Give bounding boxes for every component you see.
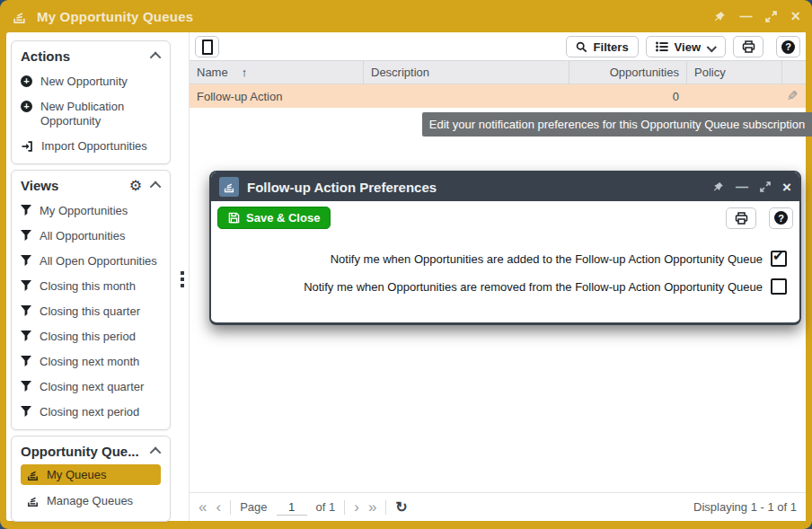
sidebar-item-my-queues[interactable]: My Queues	[21, 464, 161, 485]
collapse-chevron-icon[interactable]	[150, 52, 162, 64]
sidebar-item-closing-next-period[interactable]: Closing next period	[21, 405, 161, 419]
filter-funnel-icon	[21, 381, 31, 392]
previous-page-icon[interactable]: ‹	[216, 499, 221, 515]
filter-funnel-icon	[21, 331, 31, 341]
filters-button-label: Filters	[594, 40, 629, 54]
filter-funnel-icon	[21, 406, 31, 417]
sidebar-item-new-opportunity[interactable]: + New Opportunity	[21, 75, 161, 89]
window-title: My Opportunity Queues	[37, 9, 193, 24]
queues-panel-title: Opportunity Que...	[21, 444, 139, 459]
sidebar-item-manage-queues[interactable]: Manage Queues	[21, 490, 161, 511]
table-row[interactable]: Follow-up Action 0 ✎	[190, 84, 806, 108]
help-button[interactable]: ?	[776, 36, 800, 57]
sidebar-item-all-opportunities[interactable]: All Opportunities	[21, 229, 161, 243]
page-count-label: of 1	[316, 500, 336, 514]
notification-preferences-tooltip: Edit your notification preferences for t…	[422, 112, 812, 137]
print-button[interactable]	[733, 36, 763, 57]
chevron-down-icon	[707, 42, 717, 52]
filter-funnel-icon	[21, 305, 31, 316]
queue-stack-icon	[219, 177, 239, 197]
last-page-icon[interactable]: »	[368, 499, 376, 515]
collapse-chevron-icon[interactable]	[150, 181, 162, 193]
dialog-body: Notify me when Opportunities are added t…	[211, 234, 799, 322]
sidebar-item-label: Closing this period	[40, 330, 136, 344]
notify-removed-label: Notify me when Opportunities are removed…	[304, 280, 763, 294]
question-icon: ?	[781, 40, 795, 54]
dialog-titlebar: Follow-up Action Preferences — ×	[211, 172, 799, 201]
notify-removed-checkbox[interactable]: ✔	[771, 278, 787, 295]
sidebar-item-label: My Queues	[47, 468, 106, 481]
sidebar-item-label: All Open Opportunities	[40, 254, 157, 269]
sidebar-item-import-opportunities[interactable]: Import Opportunities	[21, 139, 161, 154]
save-and-close-button[interactable]: Save & Close	[217, 207, 331, 229]
notify-removed-row: Notify me when Opportunities are removed…	[224, 276, 787, 297]
minimize-icon[interactable]: —	[739, 10, 752, 22]
notify-added-row: Notify me when Opportunities are added t…	[224, 248, 787, 269]
window-titlebar: My Opportunity Queues — ×	[0, 0, 812, 32]
close-icon[interactable]: ×	[782, 180, 791, 195]
printer-icon	[735, 212, 748, 225]
sidebar-item-closing-next-month[interactable]: Closing next month	[21, 355, 161, 369]
views-panel-title: Views	[21, 178, 58, 193]
sidebar-item-closing-this-quarter[interactable]: Closing this quarter	[21, 304, 161, 319]
column-header-opportunities[interactable]: Opportunities	[569, 61, 686, 84]
maximize-icon[interactable]	[765, 11, 777, 22]
row-opportunities-cell: 0	[569, 90, 687, 103]
notify-added-label: Notify me when Opportunities are added t…	[331, 252, 763, 266]
grid-toolbar: Filters View ?	[190, 32, 806, 60]
column-header-policy[interactable]: Policy	[686, 61, 781, 84]
filters-button[interactable]: Filters	[566, 36, 639, 57]
filter-funnel-icon	[21, 356, 31, 366]
queue-stack-icon	[26, 468, 40, 481]
refresh-icon[interactable]: ↻	[395, 500, 407, 515]
sidebar-item-label: Closing next month	[40, 355, 139, 369]
sidebar-item-closing-this-period[interactable]: Closing this period	[21, 330, 161, 344]
sidebar-item-label: Import Opportunities	[41, 139, 147, 154]
page-number-input[interactable]	[277, 499, 307, 516]
sidebar: Actions + New Opportunity + New Publicat…	[11, 40, 171, 527]
column-header-name[interactable]: Name ↑	[190, 61, 363, 84]
row-name-cell: Follow-up Action	[190, 90, 364, 103]
gear-icon[interactable]: ⚙	[129, 179, 142, 193]
next-page-icon[interactable]: ›	[354, 499, 359, 515]
pin-icon[interactable]	[713, 181, 724, 192]
sidebar-item-label: Closing this quarter	[40, 304, 140, 319]
notify-added-checkbox[interactable]: ✔	[771, 251, 787, 267]
sidebar-item-closing-this-month[interactable]: Closing this month	[21, 279, 161, 294]
minimize-icon[interactable]: —	[736, 181, 748, 193]
pin-icon[interactable]	[714, 11, 726, 22]
first-page-icon[interactable]: «	[199, 499, 207, 515]
sidebar-item-closing-next-quarter[interactable]: Closing next quarter	[21, 380, 161, 394]
sidebar-item-label: All Opportunities	[40, 229, 125, 243]
plus-circle-icon: +	[21, 75, 32, 87]
question-icon: ?	[774, 211, 788, 225]
edit-pencil-icon[interactable]: ✎	[787, 89, 799, 102]
close-icon[interactable]: ×	[790, 8, 800, 24]
column-header-description[interactable]: Description	[363, 61, 569, 84]
list-icon	[656, 41, 668, 52]
column-header-gutter	[781, 61, 806, 84]
view-button-label: View	[675, 40, 701, 54]
import-icon	[21, 140, 33, 153]
collapse-chevron-icon[interactable]	[150, 447, 162, 459]
queue-stack-icon	[12, 9, 27, 24]
printer-icon	[742, 40, 755, 53]
sidebar-item-all-open-opportunities[interactable]: All Open Opportunities	[21, 254, 161, 269]
sidebar-item-label: Closing next period	[40, 405, 139, 419]
collapse-sidebar-button[interactable]	[195, 36, 219, 57]
print-button[interactable]	[726, 207, 756, 229]
view-dropdown-button[interactable]: View	[646, 36, 726, 57]
actions-panel-title: Actions	[21, 48, 70, 64]
sidebar-splitter-handle[interactable]	[181, 271, 184, 290]
sidebar-item-new-publication-opportunity[interactable]: + New Publication Opportunity	[21, 100, 161, 128]
dialog-toolbar: Save & Close ?	[211, 201, 799, 234]
help-button[interactable]: ?	[769, 207, 793, 229]
filter-funnel-icon	[21, 230, 31, 241]
save-floppy-icon	[228, 212, 240, 224]
actions-panel: Actions + New Opportunity + New Publicat…	[11, 40, 171, 164]
filter-funnel-icon	[21, 255, 31, 266]
sidebar-item-my-opportunities[interactable]: My Opportunities	[21, 204, 161, 218]
filter-funnel-icon	[21, 280, 31, 291]
displaying-status: Displaying 1 - 1 of 1	[693, 500, 797, 514]
maximize-icon[interactable]	[760, 181, 771, 192]
